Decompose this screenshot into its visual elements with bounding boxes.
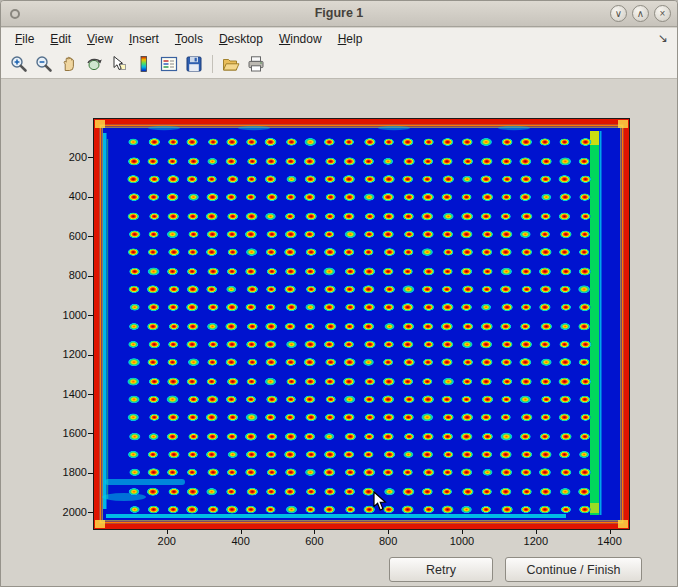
menu-edit[interactable]: Edit <box>42 29 79 49</box>
y-tick-mark <box>88 433 93 434</box>
y-tick-mark <box>88 315 93 316</box>
x-tick-label: 800 <box>366 535 410 547</box>
y-tick-label: 200 <box>39 151 87 163</box>
y-tick-label: 1800 <box>39 466 87 478</box>
menu-window[interactable]: Window <box>271 29 330 49</box>
mouse-cursor <box>373 491 388 512</box>
y-tick-label: 2000 <box>39 506 87 518</box>
y-tick-mark <box>88 157 93 158</box>
x-tick-label: 1200 <box>514 535 558 547</box>
window-title: Figure 1 <box>1 6 677 20</box>
x-tick-mark <box>388 530 389 534</box>
x-tick-label: 600 <box>292 535 336 547</box>
data-cursor-icon[interactable] <box>107 52 131 76</box>
y-tick-mark <box>88 512 93 513</box>
x-tick-label: 400 <box>219 535 263 547</box>
close-button[interactable]: × <box>654 5 671 22</box>
legend-icon[interactable] <box>157 52 181 76</box>
retry-button[interactable]: Retry <box>389 557 493 582</box>
continue-finish-button[interactable]: Continue / Finish <box>505 557 642 582</box>
figure-window: Figure 1 ∨∧× FileEditViewInsertToolsDesk… <box>0 0 678 587</box>
zoom-in-icon[interactable] <box>7 52 31 76</box>
maximize-button[interactable]: ∧ <box>632 5 649 22</box>
x-tick-label: 1000 <box>440 535 484 547</box>
y-tick-mark <box>88 355 93 356</box>
menu-insert[interactable]: Insert <box>121 29 167 49</box>
menubar: FileEditViewInsertToolsDesktopWindowHelp… <box>1 28 677 50</box>
menu-file[interactable]: File <box>7 29 42 49</box>
y-tick-label: 400 <box>39 190 87 202</box>
y-tick-label: 800 <box>39 269 87 281</box>
y-tick-label: 600 <box>39 230 87 242</box>
y-tick-mark <box>88 236 93 237</box>
x-tick-mark <box>314 530 315 534</box>
y-tick-mark <box>88 197 93 198</box>
y-tick-label: 1600 <box>39 427 87 439</box>
colorbar-icon[interactable] <box>132 52 156 76</box>
y-tick-label: 1400 <box>39 388 87 400</box>
print-icon[interactable] <box>244 52 268 76</box>
dock-figure-icon[interactable]: ↘ <box>658 31 668 45</box>
y-tick-mark <box>88 276 93 277</box>
menu-tools[interactable]: Tools <box>167 29 211 49</box>
titlebar[interactable]: Figure 1 ∨∧× <box>1 1 677 27</box>
toolbar-separator <box>212 55 213 73</box>
pan-icon[interactable] <box>57 52 81 76</box>
menu-help[interactable]: Help <box>330 29 371 49</box>
x-tick-mark <box>167 530 168 534</box>
x-tick-mark <box>462 530 463 534</box>
menu-view[interactable]: View <box>79 29 121 49</box>
x-tick-mark <box>536 530 537 534</box>
zoom-out-icon[interactable] <box>32 52 56 76</box>
y-tick-mark <box>88 473 93 474</box>
menu-items: FileEditViewInsertToolsDesktopWindowHelp <box>7 29 370 49</box>
x-tick-label: 200 <box>145 535 189 547</box>
shade-button[interactable]: ∨ <box>610 5 627 22</box>
y-tick-mark <box>88 394 93 395</box>
heatmap-plot[interactable] <box>93 118 630 530</box>
menu-desktop[interactable]: Desktop <box>211 29 271 49</box>
rotate-3d-icon[interactable] <box>82 52 106 76</box>
x-tick-mark <box>241 530 242 534</box>
save-icon[interactable] <box>182 52 206 76</box>
toolbar <box>1 50 677 79</box>
y-tick-label: 1200 <box>39 348 87 360</box>
x-tick-mark <box>610 530 611 534</box>
x-tick-label: 1400 <box>588 535 632 547</box>
open-icon[interactable] <box>219 52 243 76</box>
y-tick-label: 1000 <box>39 309 87 321</box>
window-controls: ∨∧× <box>610 5 671 22</box>
